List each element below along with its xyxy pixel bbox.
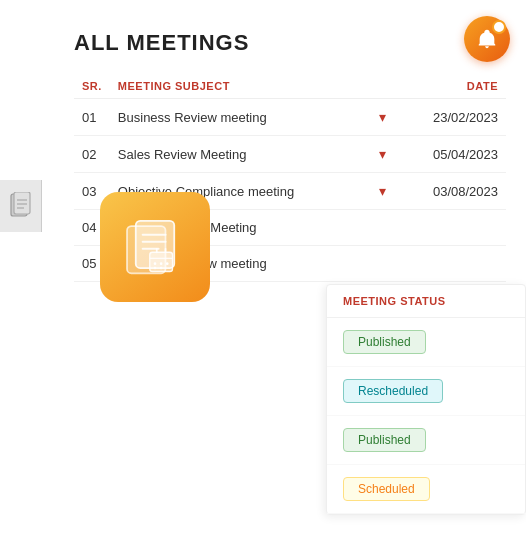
status-item: Scheduled: [327, 465, 525, 514]
page-title: ALL MEETINGS: [74, 30, 506, 56]
row-sr: 01: [74, 99, 110, 136]
svg-point-14: [154, 262, 157, 265]
table-row: 01Business Review meeting▾23/02/2023: [74, 99, 506, 136]
status-badge: Published: [343, 330, 426, 354]
col-header-date: DATE: [397, 74, 506, 99]
row-subject: Sales Review Meeting: [110, 136, 369, 173]
status-badge: Rescheduled: [343, 379, 443, 403]
row-date: 05/04/2023: [397, 136, 506, 173]
svg-point-18: [160, 267, 163, 270]
row-subject: Business Review meeting: [110, 99, 369, 136]
page-wrapper: ALL MEETINGS SR. MEETING SUBJECT DATE 01…: [0, 0, 526, 557]
status-item: Rescheduled: [327, 367, 525, 416]
chevron-down-icon[interactable]: ▾: [379, 109, 386, 125]
status-item: Published: [327, 416, 525, 465]
row-chevron[interactable]: ▾: [369, 99, 397, 136]
svg-point-16: [166, 262, 169, 265]
col-header-chevron: [369, 74, 397, 99]
row-date: [397, 246, 506, 282]
row-chevron[interactable]: ▾: [369, 173, 397, 210]
row-chevron: [369, 246, 397, 282]
bottom-doc-icon: [100, 192, 210, 302]
svg-point-15: [160, 262, 163, 265]
row-sr: 02: [74, 136, 110, 173]
sidebar-icon: [0, 180, 42, 232]
status-panel-header: MEETING STATUS: [327, 285, 525, 318]
status-item: Published: [327, 318, 525, 367]
notification-bell[interactable]: [464, 16, 510, 62]
row-date: [397, 210, 506, 246]
status-badge: Published: [343, 428, 426, 452]
chevron-down-icon[interactable]: ▾: [379, 146, 386, 162]
sidebar-strip: [0, 180, 42, 232]
main-content: ALL MEETINGS SR. MEETING SUBJECT DATE 01…: [50, 0, 526, 302]
row-date: 03/08/2023: [397, 173, 506, 210]
row-chevron: [369, 210, 397, 246]
status-panel: MEETING STATUS PublishedRescheduledPubli…: [326, 284, 526, 515]
col-header-sr: SR.: [74, 74, 110, 99]
svg-point-17: [154, 267, 157, 270]
svg-rect-1: [14, 192, 30, 214]
table-row: 02Sales Review Meeting▾05/04/2023: [74, 136, 506, 173]
col-header-subject: MEETING SUBJECT: [110, 74, 369, 99]
row-chevron[interactable]: ▾: [369, 136, 397, 173]
chevron-down-icon[interactable]: ▾: [379, 183, 386, 199]
status-badge: Scheduled: [343, 477, 430, 501]
row-date: 23/02/2023: [397, 99, 506, 136]
